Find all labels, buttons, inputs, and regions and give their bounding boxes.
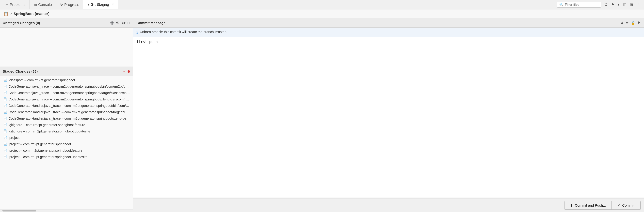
file-name: CodeGenerator.java._trace – com.rm2pt.ge…	[8, 84, 130, 89]
header-chevron: >	[10, 12, 12, 16]
file-icon: 📄	[3, 84, 7, 88]
main-content: Unstaged Changes (0) ➕ 🏷 ≡▾ ⊟ Staged Cha…	[0, 18, 644, 212]
file-name: .project – com.rm2pt.generator.springboo…	[8, 154, 88, 159]
tab-console-label: Console	[38, 3, 52, 7]
info-text: Unborn branch: this commit will create t…	[140, 30, 227, 34]
filter-files-container: 🔍	[557, 2, 601, 8]
list-item[interactable]: 📄 .project – com.rm2pt.generator.springb…	[0, 154, 133, 160]
right-panel: Commit Message ↺ ✏ 🔒 ⚑ ℹ Unborn branch: …	[133, 18, 644, 212]
toolbar-icon-4[interactable]: ◫	[622, 2, 627, 8]
file-name: CodeGeneratorHandler.java._trace – com.r…	[8, 110, 130, 114]
info-icon: ℹ	[136, 30, 138, 35]
header-repo-icon: 📋	[3, 12, 8, 16]
unstaged-add-icon[interactable]: ➕	[110, 21, 114, 25]
horizontal-scrollbar[interactable]	[0, 209, 133, 212]
file-icon: 📄	[3, 110, 7, 114]
header-title: SpringBoot [master]	[14, 12, 50, 16]
tab-git-staging-label: Git Staging	[91, 2, 109, 7]
filter-search-icon: 🔍	[559, 3, 564, 7]
info-banner: ℹ Unborn branch: this commit will create…	[133, 28, 644, 37]
toolbar-icon-6[interactable]: ⋮	[636, 2, 641, 8]
file-name: CodeGeneratorHandler.java._trace – com.r…	[8, 103, 130, 108]
file-icon: 📄	[3, 129, 7, 133]
staged-remove-all-icon[interactable]: ⊖	[127, 69, 130, 74]
tab-progress-label: Progress	[64, 3, 79, 7]
tab-git-staging-close[interactable]: ✕	[112, 3, 114, 6]
commit-message-header: Commit Message ↺ ✏ 🔒 ⚑	[133, 18, 644, 28]
unstaged-tag-icon[interactable]: 🏷	[116, 21, 120, 25]
commit-header-actions: ↺ ✏ 🔒 ⚑	[620, 21, 641, 25]
list-item[interactable]: 📄 .project – com.rm2pt.generator.springb…	[0, 147, 133, 154]
toolbar-icon-5[interactable]: ⊞	[629, 2, 634, 8]
left-panel: Unstaged Changes (0) ➕ 🏷 ≡▾ ⊟ Staged Cha…	[0, 18, 133, 212]
staged-area: Staged Changes (66) − ⊖ 📄 .classpath – c…	[0, 67, 133, 212]
commit-check-icon: ✔	[618, 203, 620, 207]
file-icon: 📄	[3, 148, 7, 152]
list-item[interactable]: 📄 CodeGenerator.java._trace – com.rm2pt.…	[0, 90, 133, 96]
tab-git-staging[interactable]: ⑂ Git Staging ✕	[83, 0, 118, 9]
console-icon: ▦	[34, 3, 37, 7]
unstaged-sort-icon[interactable]: ≡▾	[122, 21, 125, 25]
staged-remove-icon[interactable]: −	[123, 69, 125, 73]
commit-edit-icon[interactable]: ✏	[626, 21, 629, 25]
commit-message-area: first push 👤 Author: yylonly <yylonly@gm…	[133, 37, 644, 212]
toolbar-icon-2[interactable]: ⚑	[610, 2, 615, 8]
tab-progress[interactable]: ↻ Progress	[56, 0, 83, 9]
file-icon: 📄	[3, 123, 7, 127]
list-item[interactable]: 📄 .project – com.rm2pt.generator.springb…	[0, 141, 133, 147]
list-item[interactable]: 📄 .gitignore – com.rm2pt.generator.sprin…	[0, 122, 133, 128]
file-icon: 📄	[3, 116, 7, 120]
header-bar: 📋 > SpringBoot [master]	[0, 10, 644, 18]
list-item[interactable]: 📄 CodeGenerator.java._trace – com.rm2pt.…	[0, 96, 133, 102]
commit-tag-icon[interactable]: ⚑	[638, 21, 641, 25]
file-name: CodeGenerator.java._trace – com.rm2pt.ge…	[8, 97, 130, 102]
list-item[interactable]: 📄 .project	[0, 134, 133, 141]
tab-problems-label: Problems	[10, 3, 26, 7]
list-item[interactable]: 📄 CodeGeneratorHandler.java._trace – com…	[0, 102, 133, 109]
commit-message-label: Commit Message	[136, 21, 166, 25]
staged-actions: − ⊖	[123, 69, 130, 74]
list-item[interactable]: 📄 CodeGeneratorHandler.java._trace – com…	[0, 115, 133, 122]
git-staging-icon: ⑂	[88, 3, 90, 7]
file-name: CodeGenerator.java._trace – com.rm2pt.ge…	[8, 91, 130, 95]
unstaged-collapse-icon[interactable]: ⊟	[127, 21, 130, 25]
file-icon: 📄	[3, 97, 7, 101]
hscroll-thumb[interactable]	[2, 210, 36, 211]
commit-lock-icon[interactable]: 🔒	[631, 21, 635, 25]
commit-push-icon: ⬆	[570, 203, 573, 207]
list-item[interactable]: 📄 .classpath – com.rm2pt.generator.sprin…	[0, 77, 133, 83]
file-icon: 📄	[3, 142, 7, 146]
staged-header: Staged Changes (66) − ⊖	[0, 67, 133, 76]
staged-list[interactable]: 📄 .classpath – com.rm2pt.generator.sprin…	[0, 76, 133, 209]
file-name: .project	[8, 135, 20, 140]
file-icon: 📄	[3, 135, 7, 140]
tab-problems[interactable]: ⚠ Problems	[1, 0, 30, 9]
list-item[interactable]: 📄 .gitignore – com.rm2pt.generator.sprin…	[0, 128, 133, 134]
problems-icon: ⚠	[6, 3, 8, 7]
commit-message-input[interactable]: first push	[133, 37, 644, 197]
file-icon: 📄	[3, 78, 7, 82]
file-icon: 📄	[3, 155, 7, 159]
commit-label: Commit	[622, 203, 634, 207]
unstaged-content	[0, 28, 133, 67]
file-name: .project – com.rm2pt.generator.springboo…	[8, 142, 71, 146]
file-name: CodeGeneratorHandler.java._trace – com.r…	[8, 116, 130, 121]
toolbar-icon-1[interactable]: ⚙	[604, 2, 608, 8]
toolbar-icon-3[interactable]: ▾	[617, 2, 620, 8]
filter-files-input[interactable]	[565, 3, 599, 7]
file-icon: 📄	[3, 91, 7, 95]
tab-bar: ⚠ Problems ▦ Console ↻ Progress ⑂ Git St…	[0, 0, 644, 10]
unstaged-label: Unstaged Changes (0)	[3, 21, 40, 25]
commit-and-push-button[interactable]: ⬆ Commit and Push...	[564, 201, 611, 210]
progress-icon: ↻	[60, 3, 63, 7]
tab-console[interactable]: ▦ Console	[30, 0, 56, 9]
toolbar-icons: ⚙ ⚑ ▾ ◫ ⊞ ⋮	[604, 2, 641, 8]
commit-refresh-icon[interactable]: ↺	[620, 21, 624, 25]
tab-bar-right: 🔍 ⚙ ⚑ ▾ ◫ ⊞ ⋮	[557, 2, 641, 8]
commit-button[interactable]: ✔ Commit	[611, 201, 641, 210]
unstaged-actions: ➕ 🏷 ≡▾ ⊟	[110, 21, 130, 25]
file-name: .gitignore – com.rm2pt.generator.springb…	[8, 129, 90, 134]
list-item[interactable]: 📄 CodeGeneratorHandler.java._trace – com…	[0, 109, 133, 115]
list-item[interactable]: 📄 CodeGenerator.java._trace – com.rm2pt.…	[0, 83, 133, 90]
bottom-action-bar: ⬆ Commit and Push... ✔ Commit	[133, 198, 644, 212]
